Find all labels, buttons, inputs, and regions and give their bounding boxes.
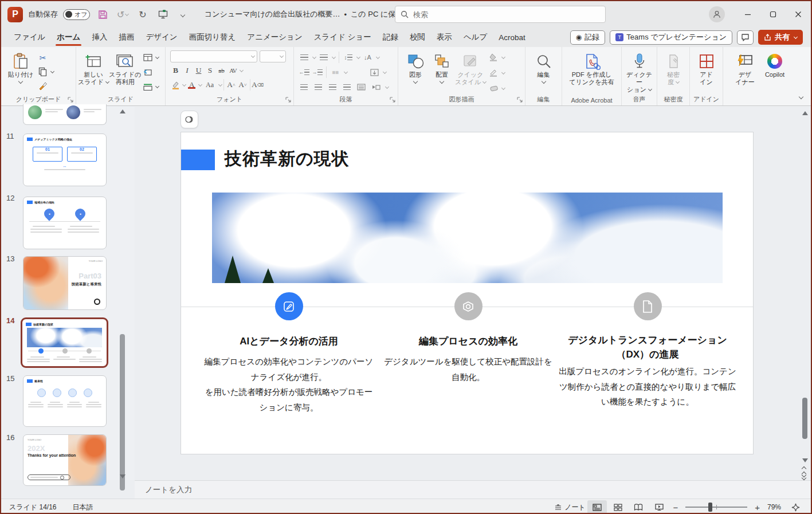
language-indicator[interactable]: 日本語 xyxy=(65,503,101,512)
canvas-scroll-down-icon[interactable] xyxy=(802,458,808,462)
document-title-area[interactable]: コンシューマ向けの総合出版社の概要… • この PC に保存済み xyxy=(205,9,426,19)
font-dialog-launcher[interactable] xyxy=(285,97,291,103)
tab-home[interactable]: ホーム xyxy=(51,29,86,46)
quick-styles-button[interactable]: クイックスタイル xyxy=(455,50,486,96)
increase-indent-button[interactable]: → xyxy=(312,67,323,78)
share-button[interactable]: 共有 xyxy=(758,30,803,45)
bullets-button[interactable] xyxy=(299,52,309,63)
tab-transitions[interactable]: 画面切り替え xyxy=(183,29,242,46)
canvas-scroll-up-icon[interactable] xyxy=(802,111,808,115)
create-pdf-share-link-button[interactable]: PDF を作成してリンクを共有 xyxy=(564,50,619,96)
thumbnail-slide-13[interactable]: YOUR LOGO Part03 技術革新と将来性 xyxy=(23,256,107,310)
line-spacing-button[interactable]: ↕ xyxy=(343,52,354,63)
slide-sorter-view-button[interactable] xyxy=(608,500,627,514)
search-box[interactable] xyxy=(395,6,606,23)
shapes-button[interactable]: 図形 xyxy=(402,50,429,96)
title-accent-rectangle[interactable] xyxy=(181,150,215,170)
spacing-chevron-icon[interactable] xyxy=(240,68,244,72)
start-presentation-button[interactable] xyxy=(155,7,170,22)
strikethrough-button[interactable]: ab xyxy=(216,65,227,76)
tab-record[interactable]: 記録 xyxy=(377,29,404,46)
align-right-button[interactable] xyxy=(327,82,338,93)
paragraph-dialog-launcher[interactable] xyxy=(390,97,395,103)
minimize-button[interactable] xyxy=(735,1,760,28)
sky-clouds-image[interactable] xyxy=(212,193,723,283)
copy-button[interactable] xyxy=(37,66,48,77)
tab-draw[interactable]: 描画 xyxy=(113,29,140,46)
layout-chevron-icon[interactable] xyxy=(155,54,159,58)
distribute-button[interactable] xyxy=(356,82,367,93)
text-shadow-button[interactable]: S xyxy=(205,65,215,76)
reset-slide-button[interactable] xyxy=(142,66,153,77)
zoom-in-button[interactable]: + xyxy=(752,503,763,512)
decrease-indent-button[interactable]: ← xyxy=(299,67,309,78)
arrange-button[interactable]: 配置 xyxy=(429,50,455,96)
maximize-button[interactable] xyxy=(760,1,786,28)
tab-slideshow[interactable]: スライド ショー xyxy=(308,29,377,46)
justify-button[interactable] xyxy=(342,82,352,93)
new-slide-button[interactable]: 新しいスライド xyxy=(78,50,109,96)
reading-view-button[interactable] xyxy=(629,500,648,514)
drawing-dialog-launcher[interactable] xyxy=(517,97,523,103)
slide-indicator[interactable]: スライド 14/16 xyxy=(1,503,65,512)
tab-help[interactable]: ヘルプ xyxy=(458,29,493,46)
editing-button[interactable]: 編集 xyxy=(531,50,557,96)
format-painter-button[interactable] xyxy=(37,80,48,91)
slideshow-view-button[interactable] xyxy=(649,500,669,514)
canvas-vertical-scrollbar[interactable] xyxy=(801,107,810,480)
italic-button[interactable]: I xyxy=(182,65,193,76)
notes-pane[interactable]: ノートを入力 xyxy=(135,480,811,499)
undo-button[interactable]: ↺ xyxy=(115,7,130,22)
font-name-select[interactable] xyxy=(170,50,257,62)
shape-outline-button[interactable] xyxy=(488,68,499,79)
shape-fill-button[interactable] xyxy=(488,52,499,63)
tab-insert[interactable]: 挿入 xyxy=(86,29,113,46)
teams-present-button[interactable]: TTeams でプレゼンテーション xyxy=(610,30,732,45)
column-ai-data[interactable]: AIとデータ分析の活用 編集プロセスの効率化やコンテンツのパーソナライズ化が進行… xyxy=(202,292,375,415)
cut-button[interactable]: ✂ xyxy=(37,52,48,63)
clipboard-dialog-launcher[interactable] xyxy=(68,97,73,103)
character-spacing-button[interactable]: AV xyxy=(227,65,238,76)
thumbnail-slide-16[interactable]: YOUR LOGO 202X Thanks for your attention xyxy=(23,434,107,486)
numbering-button[interactable] xyxy=(318,52,329,63)
copilot-button[interactable]: Copilot xyxy=(762,50,788,96)
text-direction-button[interactable] xyxy=(369,67,380,78)
sensitivity-button[interactable]: 秘密度 xyxy=(660,50,687,96)
thumbnail-slide-12[interactable]: 地域分布の傾向 ▪ ▪ xyxy=(23,197,107,249)
tab-review[interactable]: 校閲 xyxy=(404,29,431,46)
designer-button[interactable]: デザイナー xyxy=(732,50,758,96)
reuse-slides-button[interactable]: スライドの再利用 xyxy=(109,50,141,96)
canvas-scroll-thumb[interactable] xyxy=(802,398,807,439)
clear-formatting-button[interactable]: A⌫ xyxy=(252,79,263,91)
fit-slide-to-window-button[interactable] xyxy=(786,500,805,514)
account-avatar[interactable] xyxy=(709,6,725,22)
underline-button[interactable]: U xyxy=(193,65,204,76)
columns-button[interactable]: ≡≡ xyxy=(330,67,341,78)
tab-acrobat[interactable]: Acrobat xyxy=(493,30,531,45)
slide-layout-button[interactable] xyxy=(142,52,153,63)
bold-button[interactable]: B xyxy=(170,65,181,76)
align-left-button[interactable] xyxy=(299,82,309,93)
normal-view-button[interactable] xyxy=(587,500,607,514)
sort-text-button[interactable]: ↓A xyxy=(362,52,373,63)
customize-quick-access-button[interactable] xyxy=(175,7,190,22)
next-slide-button[interactable] xyxy=(802,474,806,480)
slide-title[interactable]: 技術革新の現状 xyxy=(225,147,350,171)
increase-font-size-button[interactable]: A˄ xyxy=(226,79,237,91)
thumbnail-scrollbar[interactable] xyxy=(118,107,127,480)
font-size-select[interactable] xyxy=(260,50,286,62)
record-button[interactable]: ◉記録 xyxy=(570,30,605,45)
thumbnail-slide-14-selected[interactable]: 技術革新の現状 xyxy=(21,317,108,368)
tab-view[interactable]: 表示 xyxy=(431,29,458,46)
tab-file[interactable]: ファイル xyxy=(8,29,51,46)
thumbnail-scroll-down-icon[interactable] xyxy=(120,474,125,478)
thumbnail-scroll-thumb[interactable] xyxy=(120,334,125,491)
dictation-button[interactable]: ディクテーション xyxy=(623,50,655,96)
tab-design[interactable]: デザイン xyxy=(140,29,183,46)
section-chevron-icon[interactable] xyxy=(155,84,159,88)
copy-chevron-icon[interactable] xyxy=(50,69,54,73)
addins-button[interactable]: アドイン xyxy=(693,50,720,96)
eraser-button[interactable] xyxy=(488,83,499,94)
thumbnail-slide-10-partial[interactable] xyxy=(23,104,107,125)
zoom-out-button[interactable]: − xyxy=(670,503,681,512)
